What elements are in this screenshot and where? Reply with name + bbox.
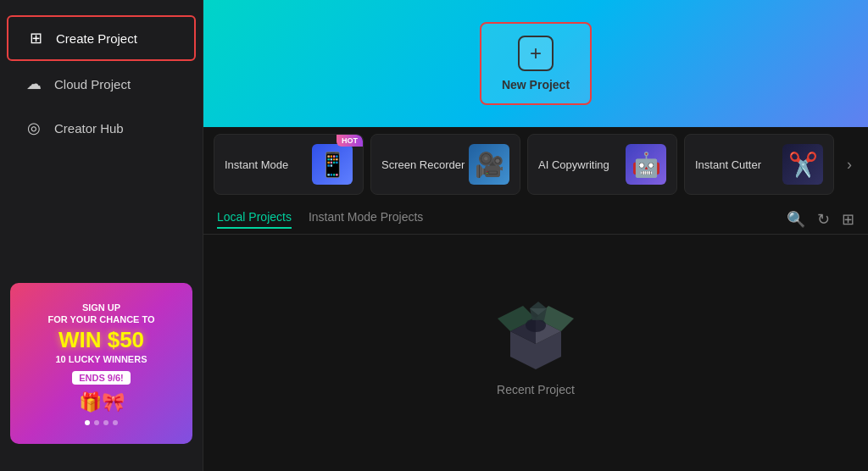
tab-local[interactable]: Local Projects <box>217 210 292 229</box>
empty-box-icon <box>498 293 574 369</box>
tabs-row: Local ProjectsInstant Mode Projects 🔍 ↻ … <box>203 202 868 235</box>
tool-card-instant-mode[interactable]: HOT Instant Mode 📱 <box>214 134 364 195</box>
ad-line2: FOR YOUR CHANCE TO <box>47 313 154 325</box>
sidebar-item-creator-hub[interactable]: ◎ Creator Hub <box>7 107 196 149</box>
tool-card-ai-copywriting[interactable]: AI Copywriting 🤖 <box>527 134 677 195</box>
tool-card-name-ai-copywriting: AI Copywriting <box>538 158 609 171</box>
tab-instant[interactable]: Instant Mode Projects <box>309 210 423 229</box>
tool-card-img-instant-cutter: ✂️ <box>782 144 823 185</box>
search-icon[interactable]: 🔍 <box>787 210 805 229</box>
main-content: + New Project HOT Instant Mode 📱 Screen … <box>203 0 868 471</box>
tool-scroll-right-arrow[interactable]: › <box>837 152 861 176</box>
tool-cards-row: HOT Instant Mode 📱 Screen Recorder 🎥 AI … <box>203 127 868 202</box>
sidebar-item-label-create-project: Create Project <box>56 31 137 46</box>
ad-dot-3[interactable] <box>103 420 108 425</box>
sidebar-item-cloud-project[interactable]: ☁ Cloud Project <box>7 63 196 105</box>
tool-card-name-screen-recorder: Screen Recorder <box>381 158 465 171</box>
tool-card-img-ai-copywriting: 🤖 <box>626 144 666 185</box>
tab-actions: 🔍 ↻ ⊞ <box>787 210 854 229</box>
ad-dot-4[interactable] <box>113 420 118 425</box>
refresh-icon[interactable]: ↻ <box>817 210 830 229</box>
ad-icons: 🎁🎀 <box>79 391 125 413</box>
tool-card-instant-cutter[interactable]: Instant Cutter ✂️ <box>684 134 834 195</box>
ad-line1: SIGN UP <box>82 302 120 313</box>
create-project-icon: ⊞ <box>25 29 46 47</box>
sidebar-item-label-creator-hub: Creator Hub <box>54 121 124 136</box>
sidebar-item-create-project[interactable]: ⊞ Create Project <box>7 15 196 61</box>
cloud-project-icon: ☁ <box>24 75 44 93</box>
new-project-icon: + <box>518 36 554 71</box>
grid-view-icon[interactable]: ⊞ <box>842 210 854 229</box>
svg-point-5 <box>526 319 546 332</box>
tool-card-img-instant-mode: 📱 <box>312 144 353 185</box>
ad-lucky: 10 LUCKY WINNERS <box>56 354 147 364</box>
sidebar: ⊞ Create Project ☁ Cloud Project ◎ Creat… <box>0 0 203 471</box>
sidebar-ad[interactable]: SIGN UP FOR YOUR CHANCE TO WIN $50 10 LU… <box>10 283 192 444</box>
new-project-button[interactable]: + New Project <box>480 22 592 105</box>
ad-win-amount: WIN $50 <box>58 329 144 351</box>
creator-hub-icon: ◎ <box>24 119 44 137</box>
recent-project-label: Recent Project <box>497 383 575 396</box>
tool-card-name-instant-cutter: Instant Cutter <box>695 158 761 171</box>
sidebar-item-label-cloud-project: Cloud Project <box>54 77 131 91</box>
ad-dot-2[interactable] <box>94 420 99 425</box>
tool-card-screen-recorder[interactable]: Screen Recorder 🎥 <box>370 134 520 195</box>
empty-state: Recent Project <box>203 235 868 471</box>
ad-pagination-dots <box>85 420 118 425</box>
tool-card-img-screen-recorder: 🎥 <box>469 144 509 185</box>
new-project-label: New Project <box>502 78 570 91</box>
ad-ends: ENDS 9/6! <box>72 371 131 385</box>
ad-dot-1[interactable] <box>85 420 90 425</box>
tool-card-name-instant-mode: Instant Mode <box>225 158 288 171</box>
hero-banner: + New Project <box>203 0 868 127</box>
hot-badge: HOT <box>337 135 363 147</box>
